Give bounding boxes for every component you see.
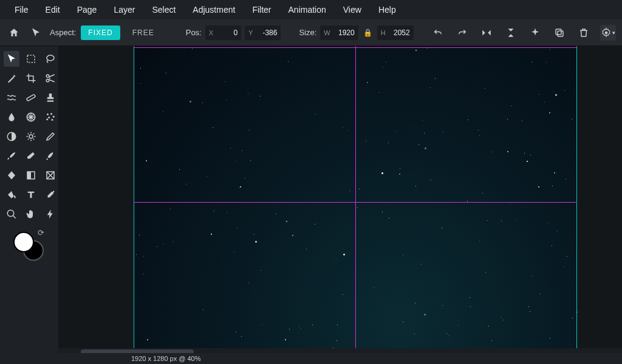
star bbox=[241, 336, 242, 337]
heal-tool[interactable] bbox=[23, 90, 39, 106]
canvas-dimensions: 1920 x 1280 px @ 40% bbox=[131, 355, 201, 362]
pixelate-tool[interactable] bbox=[23, 109, 39, 125]
duplicate-button[interactable] bbox=[552, 25, 567, 41]
pos-y-input[interactable] bbox=[256, 29, 281, 37]
foreground-color[interactable] bbox=[13, 232, 34, 252]
delete-button[interactable] bbox=[576, 25, 592, 41]
swap-colors-icon[interactable]: ⟳ bbox=[38, 228, 44, 237]
zoom-icon bbox=[6, 209, 17, 220]
blur-tool[interactable] bbox=[4, 109, 19, 125]
star bbox=[255, 241, 257, 243]
star bbox=[347, 130, 348, 130]
pos-x-input[interactable] bbox=[217, 29, 241, 37]
star bbox=[527, 161, 528, 162]
star bbox=[470, 306, 471, 307]
menu-adjustment[interactable]: Adjustment bbox=[184, 1, 244, 18]
guide-horizontal-top[interactable] bbox=[134, 47, 577, 48]
marquee-tool[interactable] bbox=[23, 51, 39, 67]
guide-vertical[interactable] bbox=[355, 46, 356, 364]
cut-tool[interactable] bbox=[43, 70, 58, 86]
menu-view[interactable]: View bbox=[335, 1, 370, 18]
undo-button[interactable] bbox=[430, 25, 446, 41]
svg-point-5 bbox=[46, 75, 49, 78]
menu-select[interactable]: Select bbox=[143, 1, 184, 18]
bolt-tool[interactable] bbox=[43, 206, 58, 222]
settings-button[interactable]: ▾ bbox=[600, 25, 616, 41]
menu-filter[interactable]: Filter bbox=[244, 1, 279, 18]
pos-y-field[interactable]: Y bbox=[245, 25, 281, 40]
status-bar: 1920 x 1280 px @ 40% bbox=[58, 353, 622, 364]
star bbox=[479, 135, 480, 136]
sharpen-tool[interactable] bbox=[43, 129, 58, 144]
star bbox=[419, 144, 419, 145]
star bbox=[234, 252, 234, 252]
menu-page[interactable]: Page bbox=[69, 1, 106, 18]
move-tool[interactable] bbox=[4, 51, 19, 67]
wand-tool[interactable] bbox=[4, 70, 19, 86]
eyedropper-tool[interactable] bbox=[43, 187, 58, 203]
star bbox=[286, 221, 287, 222]
star bbox=[528, 306, 529, 307]
lock-aspect-icon[interactable]: 🔒 bbox=[362, 29, 374, 37]
size-h-field[interactable]: H bbox=[377, 25, 414, 40]
flip-horizontal-button[interactable] bbox=[479, 25, 494, 41]
star bbox=[511, 106, 511, 106]
aspect-fixed-button[interactable]: FIXED bbox=[81, 25, 120, 40]
undo-icon bbox=[432, 27, 443, 38]
star bbox=[140, 68, 141, 69]
brush-tool[interactable] bbox=[4, 148, 19, 164]
tool-panel: ⟳ bbox=[0, 46, 58, 364]
star bbox=[488, 326, 489, 326]
home-button[interactable] bbox=[6, 25, 22, 41]
star bbox=[288, 61, 289, 62]
star bbox=[538, 186, 539, 187]
fill-tool[interactable] bbox=[4, 167, 19, 183]
menu-animation[interactable]: Animation bbox=[280, 1, 335, 18]
pointer-button[interactable] bbox=[28, 25, 44, 41]
star bbox=[237, 228, 238, 228]
star bbox=[337, 325, 338, 325]
crop-tool[interactable] bbox=[23, 70, 39, 86]
bucket-tool[interactable] bbox=[4, 187, 19, 203]
toolbar: Aspect: FIXED FREE Pos: X Y Size: W 🔒 H bbox=[0, 19, 622, 46]
ai-button[interactable] bbox=[527, 25, 543, 41]
menu-file[interactable]: File bbox=[6, 1, 37, 18]
smudge-tool[interactable] bbox=[43, 148, 58, 164]
text-tool[interactable] bbox=[23, 187, 39, 203]
dodge-tool[interactable] bbox=[4, 129, 19, 144]
lasso-tool[interactable] bbox=[43, 51, 58, 67]
size-h-input[interactable] bbox=[389, 29, 414, 37]
gradient-tool[interactable] bbox=[23, 167, 39, 183]
star bbox=[530, 311, 530, 312]
shape-tool[interactable] bbox=[43, 167, 58, 183]
hand-tool[interactable] bbox=[23, 206, 39, 222]
menu-help[interactable]: Help bbox=[370, 1, 405, 18]
eraser-tool[interactable] bbox=[23, 148, 39, 164]
canvas[interactable] bbox=[134, 46, 577, 364]
liquify-tool[interactable] bbox=[4, 90, 19, 106]
wave-icon bbox=[6, 92, 17, 103]
guide-horizontal[interactable] bbox=[134, 202, 577, 203]
star bbox=[421, 264, 422, 265]
menu-edit[interactable]: Edit bbox=[37, 1, 69, 18]
scatter-tool[interactable] bbox=[43, 109, 58, 125]
redo-button[interactable] bbox=[454, 25, 470, 41]
star bbox=[388, 143, 389, 143]
star bbox=[425, 147, 426, 149]
stamp-tool[interactable] bbox=[43, 90, 58, 106]
star bbox=[299, 326, 299, 327]
bolt-icon bbox=[45, 209, 56, 220]
star bbox=[343, 254, 345, 255]
size-w-field[interactable]: W bbox=[320, 25, 358, 40]
menu-layer[interactable]: Layer bbox=[105, 1, 143, 18]
aspect-free-button[interactable]: FREE bbox=[125, 25, 162, 40]
star bbox=[566, 179, 566, 180]
size-w-input[interactable] bbox=[334, 29, 358, 37]
star bbox=[424, 133, 425, 133]
flip-vertical-button[interactable] bbox=[503, 25, 519, 41]
sponge-tool[interactable] bbox=[23, 129, 39, 144]
pos-x-field[interactable]: X bbox=[205, 25, 241, 40]
star bbox=[337, 340, 337, 341]
zoom-tool[interactable] bbox=[4, 206, 19, 222]
star bbox=[552, 186, 553, 186]
